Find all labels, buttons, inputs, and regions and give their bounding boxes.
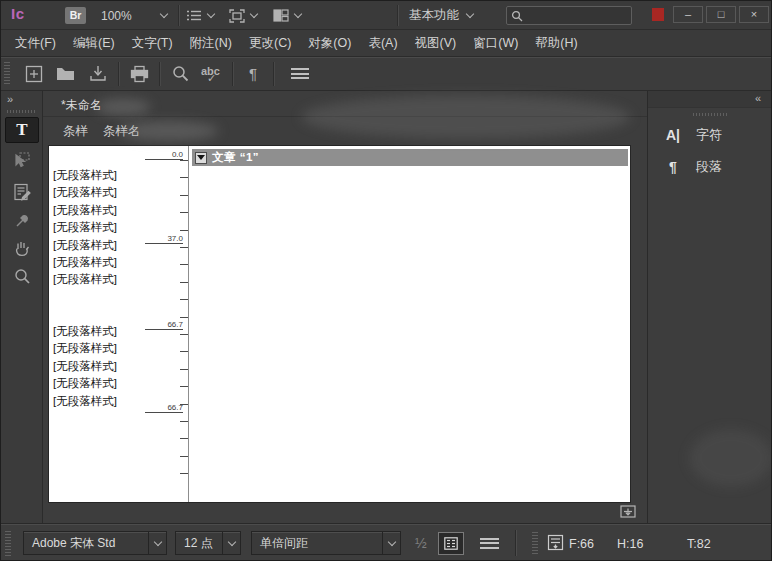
drag-grip-icon[interactable] [4, 62, 10, 86]
arrange-documents-dropdown[interactable] [273, 7, 301, 24]
paragraph-style-label[interactable]: [无段落样式] [49, 202, 169, 219]
paragraph-style-label[interactable]: [无段落样式] [49, 375, 169, 392]
menu-item[interactable]: 编辑(E) [73, 35, 115, 52]
copyfit-info-button[interactable] [547, 534, 564, 555]
search-box[interactable] [506, 6, 632, 25]
find-button[interactable] [164, 62, 196, 86]
paragraph-style-label[interactable]: [无段落样式] [49, 184, 169, 201]
menu-item[interactable]: 附注(N) [190, 35, 232, 52]
info-columns-icon [444, 537, 458, 550]
leading-select[interactable]: 单倍间距 [251, 531, 401, 555]
story-header[interactable]: 文章 “1” [192, 149, 628, 166]
chevron-down-icon [207, 10, 215, 18]
check-icon: ✓ [207, 72, 216, 85]
menu-item[interactable]: 文件(F) [15, 35, 56, 52]
type-tool-icon: T [16, 120, 27, 140]
drag-grip-icon[interactable] [5, 531, 11, 556]
paragraph-style-label[interactable]: [无段落样式] [49, 167, 169, 184]
type-tool-button[interactable]: T [5, 117, 39, 143]
eyedropper-tool-button[interactable] [5, 207, 39, 233]
status-menu-icon[interactable] [480, 538, 499, 549]
menu-item[interactable]: 对象(O) [308, 35, 351, 52]
drag-grip-icon[interactable] [7, 110, 35, 113]
copyfit-words-value: T:82 [687, 537, 711, 551]
zoom-level-dropdown[interactable]: 100% [95, 5, 171, 26]
view-tabs: 条样条样名 [43, 117, 647, 145]
expand-panel-button[interactable]: » [7, 93, 13, 105]
right-panel: « A| 字符 ¶ 段落 [647, 91, 772, 523]
menu-item[interactable]: 窗口(W) [473, 35, 518, 52]
overset-icon [619, 504, 637, 519]
character-icon: A| [662, 127, 684, 143]
depth-ruler-mark: 66.7 [145, 403, 183, 413]
menu-item[interactable]: 视图(V) [415, 35, 457, 52]
workspace-switcher[interactable]: 基本功能 [409, 5, 473, 26]
view-tab[interactable]: 条样名 [103, 123, 141, 140]
save-button[interactable] [82, 62, 114, 86]
paragraph-style-label[interactable]: [无段落样式] [49, 271, 169, 288]
chevron-down-icon [160, 10, 168, 18]
character-panel-button[interactable]: A| 字符 [648, 121, 772, 149]
menu-item[interactable]: 帮助(H) [535, 35, 577, 52]
paragraph-panel-button[interactable]: ¶ 段落 [648, 153, 772, 181]
spellcheck-icon: abc ✓ [201, 65, 223, 83]
red-marker [652, 8, 664, 21]
toolbar: abc ✓ ¶ [1, 57, 772, 91]
font-size-value: 12 点 [176, 535, 222, 552]
menu-item[interactable]: 文字(T) [132, 35, 173, 52]
font-size-select[interactable]: 12 点 [175, 531, 241, 555]
menu-item[interactable]: 表(A) [368, 35, 397, 52]
view-options-dropdown[interactable] [187, 7, 214, 24]
overset-indicator[interactable] [619, 504, 637, 523]
editor-area: *未命名 条样条样名 [无段落样式][无段落样式][无段落样式][无段落样式][… [43, 91, 647, 523]
font-family-select[interactable]: Adobe 宋体 Std [23, 531, 167, 555]
hand-tool-icon [13, 239, 31, 257]
incopy-window: Ic Br 100% 基本功能 – □ [0, 0, 772, 561]
position-tool-button[interactable] [5, 147, 39, 173]
status-bar: Adobe 宋体 Std 12 点 单倍间距 ½ F:66 H:16 T:82 [1, 523, 772, 561]
depth-ruler-mark: 37.0 [145, 234, 183, 244]
depth-ruler-mark: 0.0 [145, 150, 183, 160]
chevron-down-icon [466, 10, 474, 18]
story-text-area[interactable]: 文章 “1” [190, 146, 630, 502]
menu-bar: 文件(F)编辑(E)文字(T)附注(N)更改(C)对象(O)表(A)视图(V)窗… [1, 30, 772, 57]
frame-mode-dropdown[interactable] [229, 7, 257, 24]
print-button[interactable] [123, 62, 155, 86]
paragraph-style-label[interactable]: [无段落样式] [49, 340, 169, 357]
window-controls: – □ × [673, 6, 769, 23]
view-tab[interactable]: 条样 [63, 123, 88, 140]
menu-item[interactable]: 更改(C) [249, 35, 291, 52]
separator [159, 62, 160, 86]
galley-view: [无段落样式][无段落样式][无段落样式][无段落样式][无段落样式][无段落样… [48, 145, 631, 503]
note-tool-button[interactable] [5, 179, 39, 205]
paragraph-style-label[interactable]: [无段落样式] [49, 254, 169, 271]
panel-menu-icon [291, 68, 309, 79]
zoom-tool-button[interactable] [5, 263, 39, 289]
drag-grip-icon[interactable] [532, 532, 538, 556]
collapse-panel-button[interactable]: « [755, 92, 761, 104]
collapse-story-icon[interactable] [195, 152, 207, 164]
chevron-down-icon [382, 532, 400, 554]
hand-tool-button[interactable] [5, 235, 39, 261]
close-button[interactable]: × [739, 6, 769, 23]
search-icon [511, 10, 523, 22]
galley-info-toggle[interactable] [438, 532, 464, 555]
style-rows-top: [无段落样式][无段落样式][无段落样式][无段落样式][无段落样式][无段落样… [49, 167, 169, 289]
font-family-value: Adobe 宋体 Std [24, 535, 148, 552]
search-input[interactable] [523, 10, 627, 22]
hidden-characters-icon: ¶ [249, 65, 257, 82]
hidden-characters-button[interactable]: ¶ [237, 62, 269, 86]
document-tab[interactable]: *未命名 [61, 97, 102, 114]
spellcheck-button[interactable]: abc ✓ [196, 62, 228, 86]
paragraph-style-label[interactable]: [无段落样式] [49, 358, 169, 375]
story-title: 文章 “1” [212, 150, 259, 165]
separator [178, 5, 179, 26]
maximize-button[interactable]: □ [706, 6, 736, 23]
toolbar-menu-button[interactable] [284, 62, 316, 86]
print-icon [130, 65, 149, 83]
minimize-button[interactable]: – [673, 6, 703, 23]
bridge-button[interactable]: Br [65, 7, 86, 24]
drag-grip-icon[interactable] [693, 113, 729, 116]
new-document-button[interactable] [18, 62, 50, 86]
open-button[interactable] [50, 62, 82, 86]
